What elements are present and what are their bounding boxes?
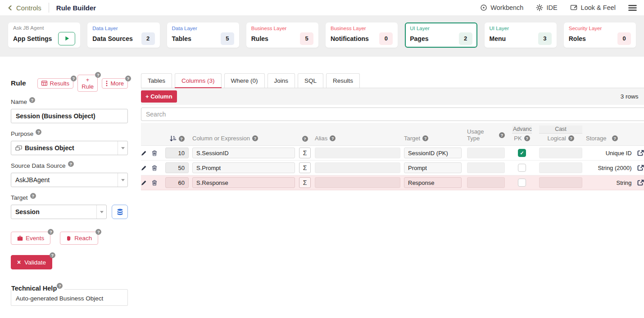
header-group-advanced: Advanced: [512, 125, 532, 134]
help-icon[interactable]: [125, 76, 131, 81]
briefcase-icon: [17, 236, 23, 241]
tab-sql[interactable]: SQL: [298, 73, 323, 88]
expression-field[interactable]: S.SessionID: [192, 148, 295, 158]
add-column-button[interactable]: + Column: [141, 90, 177, 103]
help-icon[interactable]: [179, 136, 185, 142]
help-icon[interactable]: [330, 135, 336, 141]
help-icon[interactable]: [48, 229, 54, 235]
search-input[interactable]: [141, 107, 644, 121]
help-icon[interactable]: [71, 76, 77, 81]
tab-where[interactable]: Where (0): [224, 73, 265, 88]
purpose-select[interactable]: Business Object: [11, 141, 128, 155]
layer-cards-strip: Ask JB Agent App Settings Data Layer Dat…: [0, 15, 644, 57]
target-field[interactable]: Response: [404, 177, 462, 188]
workbench-button[interactable]: Workbench: [480, 4, 523, 11]
sigma-aggregate-button[interactable]: [299, 177, 311, 188]
cast-logical-field[interactable]: [539, 162, 582, 173]
alias-field[interactable]: [315, 162, 400, 173]
card-roles[interactable]: Security Layer Roles 0: [564, 22, 636, 48]
external-link-icon: [637, 179, 644, 186]
database-button[interactable]: [112, 205, 128, 219]
card-data-sources[interactable]: Data Layer Data Sources 2: [87, 22, 159, 48]
help-icon[interactable]: [57, 283, 63, 289]
help-icon[interactable]: [95, 229, 101, 235]
source-data-source-select[interactable]: AskJBAgent: [11, 173, 128, 187]
sequence-field[interactable]: 50: [165, 162, 189, 173]
ide-button[interactable]: IDE: [536, 4, 557, 11]
help-icon[interactable]: [499, 132, 505, 138]
help-icon[interactable]: [36, 129, 41, 135]
help-icon[interactable]: [252, 135, 258, 141]
pk-checkbox[interactable]: [518, 164, 526, 172]
events-button[interactable]: Events: [11, 232, 50, 245]
sigma-aggregate-button[interactable]: [299, 148, 311, 158]
gear-icon: [536, 4, 543, 11]
card-pages[interactable]: UI Layer Pages 2: [405, 22, 477, 48]
card-menu[interactable]: UI Layer Menu 3: [485, 22, 557, 48]
look-and-feel-button[interactable]: Look & Feel: [570, 4, 616, 11]
delete-row-button[interactable]: [152, 165, 157, 171]
target-icon: [480, 4, 487, 11]
expression-field[interactable]: S.Prompt: [192, 162, 295, 173]
more-button[interactable]: More: [102, 78, 128, 89]
card-rules[interactable]: Business Layer Rules 5: [246, 22, 318, 48]
card-name: App Settings: [13, 35, 52, 42]
database-icon: [116, 208, 124, 216]
pencil-icon: [141, 180, 147, 186]
tab-tables[interactable]: Tables: [141, 73, 172, 88]
ide-label: IDE: [546, 4, 557, 11]
help-icon[interactable]: [422, 135, 428, 141]
reach-button[interactable]: Reach: [60, 232, 98, 245]
hamburger-menu-button[interactable]: [628, 4, 637, 11]
usage-type-field[interactable]: [467, 177, 505, 188]
usage-type-field[interactable]: [467, 148, 505, 158]
target-field[interactable]: Prompt: [404, 162, 462, 173]
usage-type-field[interactable]: [467, 162, 505, 173]
sigma-aggregate-button[interactable]: [299, 162, 311, 173]
delete-row-button[interactable]: [152, 180, 157, 186]
validate-button[interactable]: Validate: [11, 255, 52, 269]
tab-results[interactable]: Results: [326, 73, 360, 88]
alias-field[interactable]: [315, 177, 400, 188]
card-tables[interactable]: Data Layer Tables 5: [167, 22, 239, 48]
target-select[interactable]: Session: [11, 205, 107, 219]
delete-row-button[interactable]: [152, 150, 157, 156]
help-icon[interactable]: [68, 161, 74, 167]
card-app-settings[interactable]: Ask JB Agent App Settings: [8, 22, 80, 48]
help-icon[interactable]: [302, 136, 308, 142]
alias-field[interactable]: [315, 148, 400, 158]
source-data-source-label: Source Data Source: [11, 162, 66, 169]
help-icon[interactable]: [524, 135, 530, 141]
tab-columns[interactable]: Columns (3): [175, 73, 222, 88]
expression-field[interactable]: S.Response: [192, 177, 295, 188]
sort-button[interactable]: [170, 135, 177, 142]
help-icon[interactable]: [612, 135, 618, 141]
edit-row-button[interactable]: [141, 150, 147, 156]
pk-checkbox[interactable]: [518, 179, 526, 187]
run-agent-button[interactable]: [58, 32, 75, 45]
cast-logical-field[interactable]: [539, 177, 582, 188]
edit-row-button[interactable]: [141, 180, 147, 186]
back-nav-controls[interactable]: Controls: [7, 4, 41, 12]
help-icon[interactable]: [30, 193, 36, 199]
target-field[interactable]: SessionID (PK): [404, 148, 462, 158]
open-storage-button[interactable]: [637, 150, 644, 157]
sequence-field[interactable]: 10: [165, 148, 189, 158]
technical-help-title: Technical Help: [11, 285, 57, 292]
edit-row-button[interactable]: [141, 165, 147, 171]
add-rule-button[interactable]: + Rule: [77, 75, 98, 92]
results-button[interactable]: Results: [37, 78, 73, 89]
tab-joins[interactable]: Joins: [268, 73, 295, 88]
card-notifications[interactable]: Business Layer Notifications 0: [326, 22, 398, 48]
help-icon[interactable]: [568, 135, 574, 141]
help-icon[interactable]: [50, 252, 55, 258]
open-storage-button[interactable]: [637, 179, 644, 186]
rule-panel: Rule Results + Rule More Name Purpose: [11, 75, 128, 306]
pk-checkbox[interactable]: [518, 149, 526, 157]
rule-name-input[interactable]: [11, 109, 128, 123]
cast-logical-field[interactable]: [539, 148, 582, 158]
sequence-field[interactable]: 60: [165, 177, 189, 188]
open-storage-button[interactable]: [637, 165, 644, 171]
help-icon[interactable]: [95, 72, 101, 78]
help-icon[interactable]: [29, 97, 35, 103]
